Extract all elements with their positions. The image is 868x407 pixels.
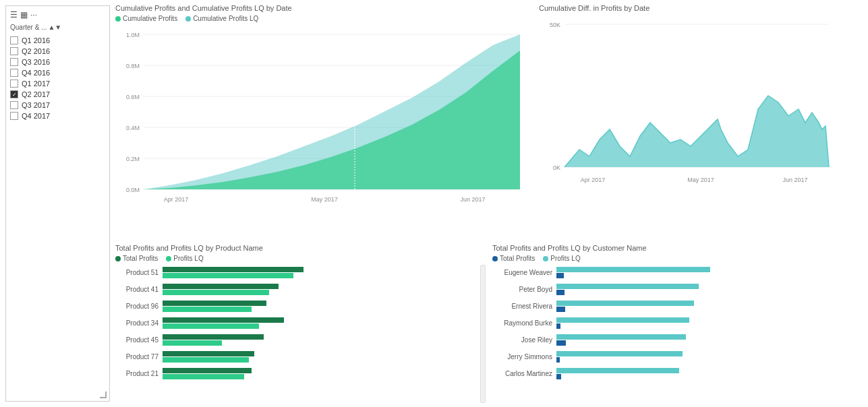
top-charts-row: Cumulative Profits and Cumulative Profit… — [115, 4, 864, 240]
table-row: Eugene Weaver — [492, 265, 864, 280]
total-profits-customer-dot — [492, 256, 498, 261]
bar-pair — [163, 301, 266, 312]
resize-handle[interactable] — [100, 392, 107, 398]
table-row: Product 34 — [115, 315, 479, 330]
sidebar-item-q1-2017[interactable]: Q1 2017 — [10, 78, 105, 89]
sidebar-toolbar: ☰ ▦ ··· — [10, 10, 37, 20]
sidebar-expand-icon[interactable]: ▲▼ — [48, 24, 61, 31]
sidebar-item-q2-2016[interactable]: Q2 2016 — [10, 46, 105, 57]
legend-label-total-profits-customer: Total Profits — [500, 255, 535, 262]
customer-bar-pair — [556, 368, 679, 379]
customer-bar-pair — [556, 351, 683, 363]
legend-item-profits-lq-customer: Profits LQ — [543, 255, 580, 262]
bar-label: Product 45 — [115, 336, 163, 344]
bar-label-customer: Jose Riley — [492, 336, 556, 344]
svg-text:May 2017: May 2017 — [687, 177, 714, 183]
customer-bar-pair — [556, 334, 686, 346]
sidebar-item-q4-2016[interactable]: Q4 2016 — [10, 67, 105, 78]
svg-text:Jun 2017: Jun 2017 — [782, 177, 807, 183]
profits-lq-customer-dot — [543, 256, 548, 261]
diff-area — [565, 96, 829, 167]
svg-text:0K: 0K — [553, 164, 560, 171]
total-profits-bar — [163, 301, 266, 306]
sidebar-title-row[interactable]: Quarter & ... ▲▼ — [10, 24, 105, 31]
bar-label-customer: Raymond Burke — [492, 319, 556, 327]
cumulative-lq-dot — [185, 16, 191, 22]
bar-label-customer: Ernest Rivera — [492, 303, 556, 310]
total-profits-bar — [163, 334, 264, 340]
bar-label-customer: Peter Boyd — [492, 286, 556, 293]
total-profits-bar — [163, 351, 254, 356]
table-row: Product 51 — [115, 265, 479, 280]
cumulative-profits-dot — [115, 16, 121, 22]
svg-text:May 2017: May 2017 — [311, 196, 338, 203]
cumulative-profits-legend: Cumulative Profits Cumulative Profits LQ — [115, 15, 533, 22]
checkbox-q4-2017[interactable] — [10, 112, 18, 120]
checkbox-q3-2016[interactable] — [10, 58, 18, 66]
more-icon[interactable]: ··· — [30, 10, 37, 20]
customer-total-profits-bar — [556, 267, 710, 272]
bar-label-customer: Carlos Martinez — [492, 370, 556, 377]
checkbox-q2-2017[interactable] — [10, 90, 18, 98]
total-profits-bar — [163, 267, 303, 272]
checkbox-q2-2016[interactable] — [10, 47, 18, 55]
customer-total-profits-bar — [556, 284, 699, 289]
bar-label: Product 77 — [115, 353, 163, 361]
chart-icon[interactable]: ▦ — [20, 10, 28, 20]
checkbox-q1-2017[interactable] — [10, 80, 18, 88]
profits-lq-bar — [163, 340, 222, 346]
bar-label: Product 96 — [115, 303, 163, 310]
cumulative-profits-chart: Cumulative Profits and Cumulative Profit… — [115, 4, 533, 240]
table-row: Product 45 — [115, 332, 479, 347]
sidebar-item-q3-2016[interactable]: Q3 2016 — [10, 57, 105, 67]
table-row: Product 21 — [115, 366, 479, 381]
sidebar-item-q1-2016[interactable]: Q1 2016 — [10, 35, 105, 46]
legend-label-profits-lq-product: Profits LQ — [173, 255, 203, 262]
products-chart-title: Total Profits and Profits LQ by Product … — [115, 244, 487, 252]
hamburger-icon[interactable]: ☰ — [10, 10, 18, 20]
customer-bar-pair — [556, 267, 710, 278]
products-bar-area: Product 51Product 41Product 96Product 34… — [115, 265, 479, 403]
svg-text:0.4M: 0.4M — [126, 125, 140, 131]
table-row: Peter Boyd — [492, 282, 864, 296]
checkbox-q4-2016[interactable] — [10, 69, 18, 77]
total-profits-bar — [163, 317, 284, 323]
svg-text:0.8M: 0.8M — [126, 63, 140, 69]
table-row: Ernest Rivera — [492, 299, 864, 313]
label-q2-2016: Q2 2016 — [22, 47, 50, 55]
bar-label: Product 51 — [115, 269, 163, 276]
label-q1-2016: Q1 2016 — [22, 36, 50, 44]
main-content: Cumulative Profits and Cumulative Profit… — [115, 0, 868, 407]
svg-text:0.2M: 0.2M — [126, 156, 140, 162]
label-q4-2017: Q4 2017 — [22, 112, 50, 120]
checkbox-q3-2017[interactable] — [10, 101, 18, 109]
customers-chart-title: Total Profits and Profits LQ by Customer… — [492, 244, 864, 252]
products-scroll-bar[interactable] — [480, 265, 486, 403]
customer-profits-lq-bar — [556, 307, 565, 312]
sidebar-item-q3-2017[interactable]: Q3 2017 — [10, 100, 105, 111]
sidebar-header: ☰ ▦ ··· — [10, 10, 105, 20]
sidebar-item-q4-2017[interactable]: Q4 2017 — [10, 111, 105, 121]
customers-bar-area: Eugene WeaverPeter BoydErnest RiveraRaym… — [492, 265, 864, 403]
table-row: Product 96 — [115, 299, 479, 313]
legend-label-profits-lq-customer: Profits LQ — [550, 255, 580, 262]
bar-pair — [163, 334, 264, 346]
legend-label-total-profits-product: Total Profits — [123, 255, 158, 262]
bar-label: Product 34 — [115, 319, 163, 327]
svg-text:Apr 2017: Apr 2017 — [581, 177, 606, 183]
legend-item-cumulative-lq: Cumulative Profits LQ — [185, 15, 258, 22]
products-bar-content: Product 51Product 41Product 96Product 34… — [115, 265, 487, 403]
bar-label-customer: Jerry Simmons — [492, 353, 556, 361]
table-row: Raymond Burke — [492, 315, 864, 330]
svg-text:Jun 2017: Jun 2017 — [460, 196, 485, 203]
cumulative-diff-chart: Cumulative Diff. in Profits by Date 50K … — [539, 4, 864, 240]
customers-chart-panel: Total Profits and Profits LQ by Customer… — [492, 244, 864, 403]
total-profits-bar — [163, 368, 252, 373]
bar-pair — [163, 317, 284, 329]
customer-profits-lq-bar — [556, 357, 560, 363]
sidebar-item-q2-2017[interactable]: Q2 2017 — [10, 89, 105, 100]
legend-item-total-profits-product: Total Profits — [115, 255, 158, 262]
cumulative-profits-title: Cumulative Profits and Cumulative Profit… — [115, 4, 533, 12]
profits-lq-bar — [163, 357, 249, 363]
checkbox-q1-2016[interactable] — [10, 36, 18, 44]
